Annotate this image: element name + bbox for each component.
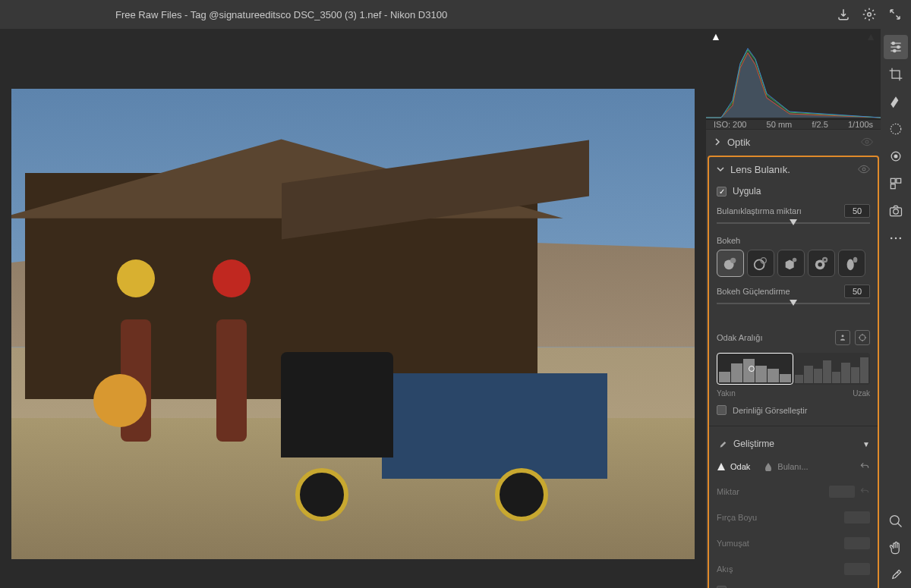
panel-lens-blur-header[interactable]: Lens Bulanık.	[709, 157, 878, 181]
panel-lens-blur: Lens Bulanık. Uygula Bulanıklaştırma mik…	[708, 156, 879, 588]
blur-amount-value[interactable]: 50	[844, 204, 870, 218]
chevron-down-icon: ▼	[862, 440, 870, 448]
svg-rect-30	[891, 178, 895, 183]
eye-icon[interactable]	[861, 136, 873, 148]
clip-highlight-icon[interactable]: ▲	[865, 30, 876, 42]
chevron-down-icon	[717, 165, 724, 173]
brush-size-row: Fırça Boyu	[717, 508, 870, 527]
bokeh-shape-cat[interactable]	[838, 250, 865, 277]
tab-focus[interactable]: Odak	[717, 462, 750, 471]
svg-point-25	[897, 46, 900, 48]
feather-row: Yumuşat	[717, 534, 870, 552]
photo-preview	[11, 89, 695, 559]
svg-point-24	[892, 42, 894, 44]
bokeh-shape-soap[interactable]	[747, 250, 774, 277]
subject-focus-button[interactable]	[835, 330, 850, 345]
exif-shutter: 1/100s	[848, 120, 873, 129]
svg-point-35	[891, 237, 893, 240]
tool-more[interactable]	[884, 226, 908, 250]
app-titlebar: Free Raw Files - Tag @signatureeditsco D…	[0, 0, 911, 29]
tool-mask[interactable]	[884, 117, 908, 141]
far-label: Uzak	[853, 389, 870, 398]
reset-icon[interactable]	[859, 486, 870, 497]
refine-header[interactable]: Geliştirme ▼	[717, 437, 870, 451]
tool-redeye[interactable]	[884, 144, 908, 168]
bokeh-boost-label: Bokeh Güçlendirme	[717, 287, 790, 296]
svg-point-13	[847, 259, 854, 271]
right-panel: ▲ ▲ ISO: 200 50 mm f/2.5 1/100s Optik	[706, 29, 881, 588]
svg-point-10	[818, 263, 822, 267]
tool-hand[interactable]	[884, 536, 908, 561]
exif-bar: ISO: 200 50 mm f/2.5 1/100s	[706, 120, 881, 129]
image-canvas[interactable]	[0, 29, 706, 588]
tool-heal[interactable]	[884, 90, 908, 114]
svg-line-39	[898, 524, 902, 527]
svg-point-36	[895, 237, 897, 240]
tool-sampler[interactable]	[884, 564, 908, 588]
svg-point-27	[891, 124, 900, 134]
blur-amount-slider[interactable]	[717, 218, 870, 228]
amount-row: Miktar	[717, 483, 870, 501]
point-focus-button[interactable]	[855, 330, 870, 345]
visualize-depth-checkbox[interactable]	[717, 405, 727, 415]
svg-point-14	[853, 257, 858, 263]
undo-icon[interactable]	[859, 461, 870, 472]
svg-point-8	[793, 258, 797, 263]
exif-focal: 50 mm	[767, 120, 793, 129]
svg-point-38	[891, 516, 900, 525]
brush-icon	[717, 439, 727, 449]
near-label: Yakın	[717, 389, 736, 398]
document-title: Free Raw Files - Tag @signatureeditsco D…	[9, 9, 837, 20]
apply-checkbox[interactable]	[717, 187, 727, 197]
eye-icon[interactable]	[858, 163, 870, 175]
svg-point-26	[894, 49, 896, 52]
bokeh-shape-blade[interactable]	[777, 250, 805, 277]
bokeh-shape-circle[interactable]	[717, 250, 744, 277]
tab-blur[interactable]: Bulanı...	[764, 462, 808, 471]
clip-shadow-icon[interactable]: ▲	[711, 30, 721, 42]
fullscreen-icon[interactable]	[888, 8, 902, 21]
bokeh-boost-value[interactable]: 50	[844, 285, 870, 298]
focus-tab-icon	[717, 462, 726, 471]
panel-optic: Optik	[706, 129, 881, 154]
tool-strip	[881, 29, 911, 588]
bokeh-label: Bokeh	[717, 236, 870, 245]
flow-row: Akış	[717, 560, 870, 578]
svg-point-15	[842, 335, 844, 337]
blur-tab-icon	[764, 462, 773, 471]
tool-presets[interactable]	[884, 171, 908, 196]
svg-point-34	[894, 209, 899, 215]
tool-zoom[interactable]	[884, 509, 908, 533]
chevron-right-icon	[714, 138, 721, 146]
exif-aperture: f/2.5	[812, 120, 827, 129]
blur-amount-label: Bulanıklaştırma miktarı	[717, 206, 802, 215]
svg-point-37	[900, 237, 902, 240]
tool-crop[interactable]	[884, 62, 908, 86]
svg-point-16	[859, 335, 865, 341]
tool-edit[interactable]	[884, 35, 908, 59]
download-icon[interactable]	[837, 8, 850, 21]
visualize-depth-row[interactable]: Derinliği Görselleştir	[717, 405, 870, 415]
bokeh-boost-slider[interactable]	[717, 298, 870, 309]
focus-range-label: Odak Aralığı	[717, 333, 763, 342]
panel-optic-header[interactable]: Optik	[706, 130, 881, 154]
svg-rect-32	[891, 184, 895, 189]
svg-point-2	[862, 168, 865, 171]
svg-point-29	[894, 155, 898, 159]
focus-range-selector[interactable]	[717, 353, 870, 385]
histogram[interactable]: ▲ ▲	[706, 29, 881, 120]
svg-marker-7	[786, 259, 794, 269]
tool-snapshot[interactable]	[884, 199, 908, 223]
apply-checkbox-row[interactable]: Uygula	[717, 186, 870, 197]
bokeh-shape-ring[interactable]	[808, 250, 835, 277]
exif-iso: ISO: 200	[714, 120, 746, 129]
svg-rect-31	[897, 178, 901, 183]
gear-icon[interactable]	[862, 8, 876, 21]
svg-point-1	[865, 140, 868, 143]
svg-point-4	[730, 258, 736, 263]
svg-point-12	[824, 259, 826, 261]
svg-point-0	[868, 13, 872, 17]
svg-point-5	[755, 259, 764, 269]
